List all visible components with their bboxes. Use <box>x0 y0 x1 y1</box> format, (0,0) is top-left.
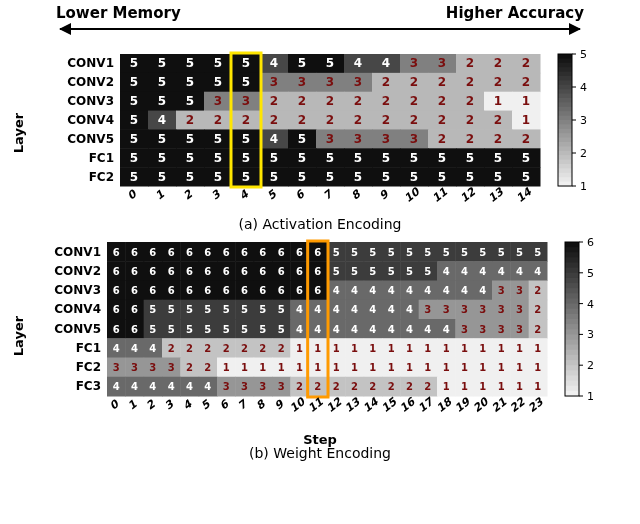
cell-value: 4 <box>158 113 166 127</box>
cell-value: 2 <box>186 343 193 354</box>
cell-value: 2 <box>438 75 446 89</box>
cell-value: 2 <box>410 113 418 127</box>
heatmap-b: Layer 6666666666665555555555556666666666… <box>10 236 630 436</box>
cell-value: 5 <box>186 75 194 89</box>
cell-value: 1 <box>424 362 431 373</box>
cell-value: 6 <box>278 266 285 277</box>
ytick-label: CONV3 <box>67 94 114 108</box>
cell-value: 3 <box>479 324 486 335</box>
cell-value: 1 <box>522 94 530 108</box>
cell-value: 5 <box>278 304 285 315</box>
xtick-label: 2 <box>181 187 196 203</box>
cell-value: 5 <box>516 247 523 258</box>
cell-value: 3 <box>326 132 334 146</box>
cell-value: 1 <box>516 343 523 354</box>
cell-value: 4 <box>204 381 211 392</box>
cell-value: 3 <box>131 362 138 373</box>
cell-value: 2 <box>494 56 502 70</box>
cell-value: 4 <box>314 304 321 315</box>
cell-value: 5 <box>466 170 474 184</box>
cell-value: 5 <box>214 56 222 70</box>
top-label-higher-accuracy: Higher Accuracy <box>446 4 584 22</box>
ylabel-b: Layer <box>11 316 26 356</box>
colorbar-tick: 6 <box>587 236 594 249</box>
cell-value: 5 <box>351 266 358 277</box>
cell-value: 5 <box>158 56 166 70</box>
cell-value: 6 <box>204 247 211 258</box>
xtick-label: 5 <box>265 187 280 203</box>
cell-value: 4 <box>406 324 413 335</box>
xtick-label: 23 <box>526 395 547 415</box>
cell-value: 1 <box>443 343 450 354</box>
cell-value: 1 <box>479 362 486 373</box>
xtick-label: 11 <box>430 185 450 205</box>
cell-value: 4 <box>270 132 278 146</box>
cell-value: 4 <box>270 56 278 70</box>
cell-value: 6 <box>296 266 303 277</box>
cell-value: 3 <box>516 324 523 335</box>
cell-value: 2 <box>296 381 303 392</box>
cell-value: 2 <box>406 381 413 392</box>
cell-value: 6 <box>259 285 266 296</box>
cell-value: 1 <box>443 381 450 392</box>
cell-value: 2 <box>298 94 306 108</box>
cell-value: 1 <box>314 362 321 373</box>
cell-value: 4 <box>149 343 156 354</box>
heatmap-a: Layer 5555545544332225555533332222225553… <box>10 48 630 218</box>
cell-value: 4 <box>186 381 193 392</box>
cell-value: 5 <box>223 324 230 335</box>
cell-value: 3 <box>461 304 468 315</box>
cell-value: 1 <box>278 362 285 373</box>
ytick-label: CONV1 <box>54 245 101 259</box>
colorbar-tick: 3 <box>580 114 587 127</box>
cell-value: 2 <box>534 304 541 315</box>
ytick-label: CONV2 <box>54 264 101 278</box>
cell-value: 5 <box>149 324 156 335</box>
cell-value: 2 <box>424 381 431 392</box>
ytick-label: CONV2 <box>67 75 114 89</box>
cell-value: 2 <box>314 381 321 392</box>
cell-value: 3 <box>259 381 266 392</box>
caption-b: (b) Weight Encoding <box>0 445 640 461</box>
cell-value: 5 <box>298 56 306 70</box>
top-label-lower-memory: Lower Memory <box>56 4 181 22</box>
cell-value: 1 <box>534 343 541 354</box>
cell-value: 5 <box>354 151 362 165</box>
cell-value: 1 <box>522 113 530 127</box>
cell-value: 2 <box>534 324 541 335</box>
cell-value: 5 <box>241 304 248 315</box>
cell-value: 2 <box>204 343 211 354</box>
heatmap-a-svg: 5555545544332225555533332222225553322222… <box>15 48 625 218</box>
cell-value: 5 <box>214 75 222 89</box>
cell-value: 6 <box>296 285 303 296</box>
cell-value: 4 <box>149 381 156 392</box>
cell-value: 3 <box>278 381 285 392</box>
cell-value: 5 <box>214 151 222 165</box>
cell-value: 5 <box>438 151 446 165</box>
cell-value: 6 <box>131 285 138 296</box>
cell-value: 2 <box>204 362 211 373</box>
cell-value: 5 <box>382 170 390 184</box>
cell-value: 6 <box>186 247 193 258</box>
cell-value: 2 <box>354 94 362 108</box>
cell-value: 6 <box>149 285 156 296</box>
cell-value: 3 <box>424 304 431 315</box>
cell-value: 2 <box>242 113 250 127</box>
cell-value: 3 <box>516 304 523 315</box>
cell-value: 1 <box>516 381 523 392</box>
cell-value: 2 <box>466 75 474 89</box>
cell-value: 2 <box>382 75 390 89</box>
xtick-label: 3 <box>162 397 177 413</box>
cell-value: 6 <box>149 247 156 258</box>
cell-value: 1 <box>351 362 358 373</box>
cell-value: 5 <box>354 170 362 184</box>
colorbar-tick: 5 <box>580 48 587 61</box>
cell-value: 1 <box>406 362 413 373</box>
cell-value: 5 <box>242 75 250 89</box>
cell-value: 4 <box>461 285 468 296</box>
cell-value: 1 <box>424 343 431 354</box>
cell-value: 5 <box>242 151 250 165</box>
cell-value: 5 <box>424 247 431 258</box>
cell-value: 3 <box>410 56 418 70</box>
cell-value: 5 <box>168 324 175 335</box>
